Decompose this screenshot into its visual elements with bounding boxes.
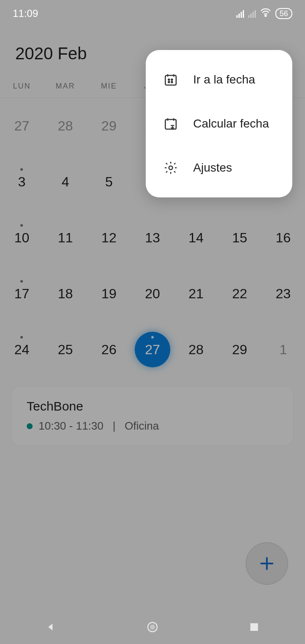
svg-rect-14 [165,119,176,129]
svg-point-10 [168,79,169,80]
home-icon [146,621,159,633]
svg-point-0 [265,15,266,17]
square-icon [250,622,259,632]
menu-item-label: Ajustes [193,161,232,175]
battery-level: 56 [275,8,292,19]
svg-point-12 [168,81,169,83]
status-icons: 56 [236,8,292,19]
status-bar: 11:09 56 [0,0,305,27]
wifi-icon [260,8,271,19]
signal-primary-icon [236,9,244,18]
svg-point-11 [171,79,172,80]
overflow-menu: Ir a la fecha Calcular fecha Ajustes [146,50,292,197]
signal-secondary-icon [248,9,256,18]
menu-item-label: Calcular fecha [193,117,269,130]
calendar-calc-icon [163,116,179,132]
svg-rect-7 [165,75,176,85]
status-time: 11:09 [13,8,236,19]
menu-item-label: Ir a la fecha [193,73,255,86]
menu-item-go-to-date[interactable]: Ir a la fecha [146,58,292,102]
svg-point-17 [169,166,173,170]
svg-rect-6 [250,623,258,631]
calendar-goto-icon [163,72,179,88]
svg-point-13 [171,81,172,83]
svg-marker-3 [48,624,53,630]
menu-item-settings[interactable]: Ajustes [146,146,292,190]
nav-recent-button[interactable] [241,614,267,640]
svg-point-5 [150,625,155,630]
nav-home-button[interactable] [140,614,165,640]
system-navbar [0,610,305,644]
back-icon [46,622,56,632]
gear-icon [163,160,179,176]
nav-back-button[interactable] [38,614,64,640]
menu-item-calculate-date[interactable]: Calcular fecha [146,102,292,146]
